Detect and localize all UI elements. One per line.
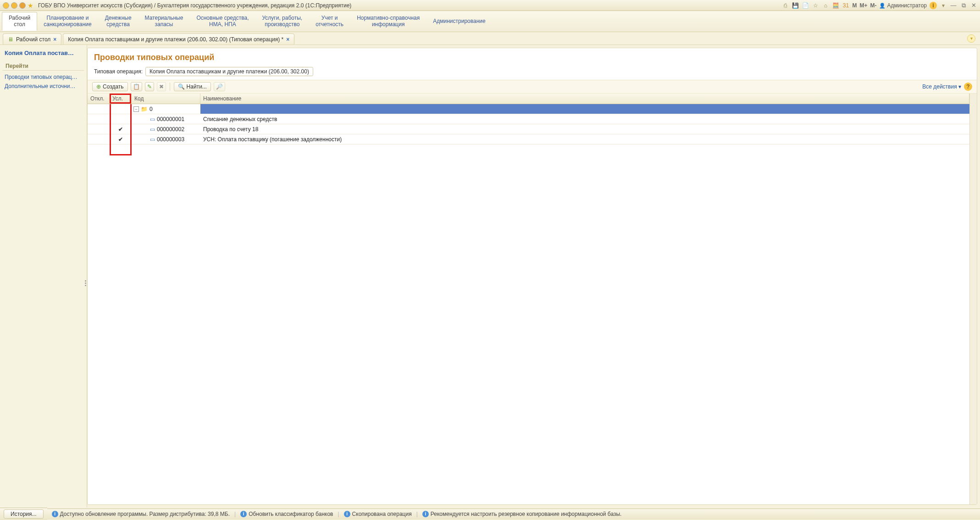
col-kod[interactable]: Код [132,94,200,104]
pencil-icon: ✎ [147,83,152,90]
memory-mminus[interactable]: M- [870,2,876,9]
table-row[interactable]: ✔▭ 000000003УСН: Оплата поставщику (пога… [88,134,969,144]
window-title: ГОБУ ВПО Университет искусств (Субсидия)… [38,2,351,9]
grid-toolbar: ⊕Создать 📋 ✎ ✖ 🔍Найти... 🔎 Все действия … [88,80,977,94]
section-8[interactable]: Администрирование [426,16,492,28]
minimize-button[interactable]: — [950,2,957,9]
search-icon: 🔍 [178,83,185,90]
status-bar: iДоступно обновление программы. Размер д… [47,509,980,520]
section-2[interactable]: Денежныесредства [99,12,138,31]
collapse-icon[interactable]: − [133,106,139,112]
row-name: Проводка по счету 18 [200,126,969,133]
col-name[interactable]: Наименование [200,94,969,104]
item-icon: ▭ [150,136,155,143]
tab-desktop[interactable]: 🖥 Рабочий стол × [3,33,61,44]
field-operation[interactable]: Копия Оплата поставщикам и другие платеж… [145,67,313,76]
nav-sidebar: Копия Оплата постав… Перейти Проводки ти… [0,45,87,508]
section-1[interactable]: Планирование исанкционирование [37,12,98,31]
status-update[interactable]: Доступно обновление программы. Размер ди… [60,511,230,517]
tab-document-close[interactable]: × [286,36,289,43]
nav-fwd-icon[interactable] [19,2,26,9]
row-code: 000000002 [157,126,184,133]
sidebar-link-0[interactable]: Проводки типовых операц… [2,72,85,82]
row-code: 000000003 [157,136,184,143]
memory-mplus[interactable]: M+ [859,2,867,9]
home-icon[interactable]: ⌂ [822,2,829,9]
sidebar-title[interactable]: Копия Оплата постав… [2,48,85,58]
clear-find-button[interactable]: 🔎 [214,82,225,91]
checkmark-icon: ✔ [118,136,123,143]
table-row[interactable]: ✔▭ 000000002Проводка по счету 18 [88,124,969,134]
info-icon[interactable]: i [930,2,937,9]
row-name: УСН: Оплата поставщику (погашение задолж… [200,136,969,143]
help-button[interactable]: ? [964,83,972,91]
field-label-operation: Типовая операция: [94,68,143,75]
dropdown-icon[interactable]: ▾ [940,2,947,9]
col-usl[interactable]: Усл. [110,94,132,104]
tabs-dropdown[interactable]: ▾ [967,34,975,43]
section-7[interactable]: Нормативно-справочнаяинформация [350,12,426,31]
favorite-icon[interactable]: ★ [28,2,33,9]
checkmark-icon: ✔ [118,126,123,133]
tab-desktop-close[interactable]: × [53,36,56,43]
print-icon[interactable]: ⎙ [781,2,789,9]
copy-button[interactable]: 📋 [131,82,142,91]
tab-desktop-label: Рабочий стол [16,36,50,43]
maximize-button[interactable]: ⧉ [960,2,967,9]
desktop-icon: 🖥 [8,36,13,43]
row-name: Списание денежных средств [200,116,969,122]
section-panel: РабочийстолПланирование исанкционировани… [0,11,980,32]
info-badge-icon: i [240,511,247,517]
table-row[interactable]: ▭ 000000001Списание денежных средств [88,114,969,124]
tab-document[interactable]: Копия Оплата поставщикам и другие платеж… [63,33,294,44]
root-code: 0 [149,106,153,112]
row-code: 000000001 [157,116,184,122]
search-clear-icon: 🔎 [216,83,223,90]
create-label: Создать [103,83,124,90]
plus-icon: ⊕ [96,83,101,90]
info-badge-icon: i [344,511,350,517]
table-row[interactable]: − 📁 0 [88,104,969,114]
nav-back-icon[interactable] [11,2,17,9]
item-icon: ▭ [150,126,155,133]
grid-header: Откл. Усл. Код Наименование [88,94,969,104]
content-area: Проводки типовых операций Типовая операц… [87,48,977,505]
sidebar-group-header: Перейти [3,60,84,71]
entries-grid: Откл. Усл. Код Наименование − 📁 0 [88,94,969,504]
folder-icon: 📁 [141,106,148,112]
star-outline-icon[interactable]: ☆ [812,2,819,9]
section-3[interactable]: Материальныезапасы [138,12,190,31]
section-4[interactable]: Основные средства,НМА, НПА [190,12,255,31]
create-button[interactable]: ⊕Создать [92,82,128,91]
find-button[interactable]: 🔍Найти... [174,82,211,91]
memory-m[interactable]: M [852,2,857,9]
history-button[interactable]: История... [4,509,44,519]
info-badge-icon: i [422,511,429,517]
status-copied[interactable]: Скопирована операция [352,511,412,517]
page-title: Проводки типовых операций [88,48,977,65]
item-icon: ▭ [150,116,155,122]
copy-icon[interactable]: 📄 [802,2,809,9]
status-backup[interactable]: Рекомендуется настроить резервное копиро… [431,511,622,517]
section-5[interactable]: Услуги, работы,производство [255,12,309,31]
calc-icon[interactable]: 🧮 [832,2,839,9]
grid-body: − 📁 0 ▭ 000000001Списание денежных средс… [88,104,969,504]
tab-document-label: Копия Оплата поставщикам и другие платеж… [68,36,283,43]
copy-row-icon: 📋 [133,83,140,90]
close-button[interactable]: ✕ [970,2,977,9]
app-icon [3,2,9,9]
section-0[interactable]: Рабочийстол [2,12,37,31]
vertical-scrollbar[interactable] [969,94,977,504]
delete-button[interactable]: ✖ [157,82,166,91]
save-icon[interactable]: 💾 [792,2,799,9]
section-6[interactable]: Учет иотчетность [309,12,350,31]
status-banks[interactable]: Обновить классификатор банков [249,511,333,517]
all-actions-link[interactable]: Все действия ▾ [922,83,961,90]
tabs-row: 🖥 Рабочий стол × Копия Оплата поставщика… [0,32,980,45]
calendar-icon[interactable]: 31 [842,2,849,9]
col-otk[interactable]: Откл. [88,94,110,104]
edit-button[interactable]: ✎ [145,82,154,91]
sidebar-link-1[interactable]: Дополнительные источни… [2,82,85,91]
find-label: Найти... [187,83,207,90]
current-user[interactable]: Администратор [879,2,927,9]
